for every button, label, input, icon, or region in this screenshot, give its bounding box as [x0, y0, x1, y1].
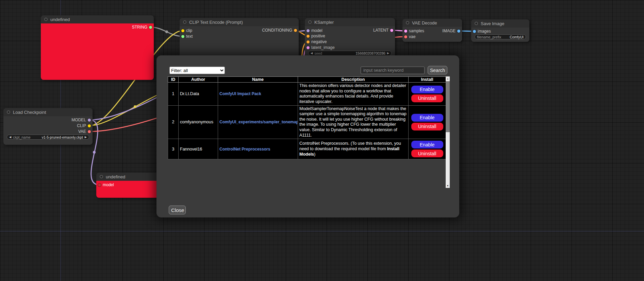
- node-title[interactable]: KSampler: [305, 18, 395, 26]
- node-undefined-top[interactable]: undefined STRING: [41, 15, 154, 80]
- scrollbar-up-icon[interactable]: ▲: [446, 76, 450, 81]
- link-center-dot: [134, 105, 136, 108]
- cell-install: Enable Uninstall: [409, 83, 446, 106]
- slot-dot-icon[interactable]: [404, 30, 407, 33]
- search-button[interactable]: Search: [428, 66, 447, 74]
- collapse-dot-icon[interactable]: [44, 18, 48, 21]
- input-slot-negative[interactable]: negative: [307, 39, 327, 45]
- link-center-dot: [93, 151, 96, 154]
- slot-dot-icon[interactable]: [294, 29, 297, 32]
- input-slot-images[interactable]: images: [473, 29, 491, 34]
- slot-dot-icon[interactable]: [457, 30, 460, 33]
- cell-id: 2: [168, 105, 179, 139]
- input-slot-model[interactable]: model: [98, 182, 114, 188]
- slot-dot-icon[interactable]: [149, 26, 152, 29]
- filter-select[interactable]: Filter: all: [169, 67, 225, 74]
- collapse-dot-icon[interactable]: [406, 21, 409, 24]
- widget-label: seed: [314, 51, 322, 55]
- uninstall-button[interactable]: Uninstall: [411, 94, 443, 102]
- slot-label: CLIP: [77, 123, 86, 128]
- node-save-image[interactable]: Save Image images filename_prefix ComfyU…: [471, 19, 529, 42]
- extension-link[interactable]: ComfyUI Impact Pack: [219, 91, 261, 96]
- comfyui-canvas[interactable]: { "icons": { "left": "◀", "right": "▶", …: [0, 0, 644, 281]
- scrollbar-down-icon[interactable]: ▼: [446, 183, 450, 188]
- node-title[interactable]: VAE Decode: [402, 19, 462, 27]
- canvas-origin-hline: [0, 231, 644, 231]
- slot-dot-icon[interactable]: [181, 29, 184, 32]
- header-name: Name: [218, 77, 298, 83]
- uninstall-button[interactable]: Uninstall: [411, 123, 443, 130]
- input-slot-vae[interactable]: vae: [404, 34, 415, 39]
- extension-link[interactable]: ComfyUI_experiments/sampler_tonemap: [219, 120, 298, 124]
- seed-widget[interactable]: ◀ seed 156680208700286 ▶: [308, 51, 392, 56]
- slot-dot-icon[interactable]: [98, 183, 101, 187]
- input-slot-clip[interactable]: clip: [181, 28, 192, 33]
- node-vae-decode[interactable]: VAE Decode samples vae IMAGE: [402, 19, 462, 42]
- slot-dot-icon[interactable]: [390, 29, 393, 32]
- next-arrow-icon[interactable]: ▶: [387, 52, 389, 55]
- output-slot-latent[interactable]: LATENT: [373, 28, 393, 33]
- node-undefined-bottom[interactable]: undefined model: [96, 173, 164, 198]
- output-slot-model[interactable]: MODEL: [71, 117, 91, 123]
- slot-dot-icon[interactable]: [404, 35, 407, 38]
- collapse-dot-icon[interactable]: [7, 110, 10, 114]
- slot-dot-icon[interactable]: [88, 119, 91, 122]
- node-title[interactable]: undefined: [41, 15, 154, 23]
- output-slot-vae[interactable]: VAE: [78, 129, 91, 134]
- slot-label: samples: [409, 29, 424, 33]
- cell-author: Fannovel16: [179, 139, 218, 159]
- node-title[interactable]: CLIP Text Encode (Prompt): [180, 18, 299, 26]
- cell-author: Dr.Lt.Data: [179, 83, 218, 106]
- link-center-dot: [165, 31, 168, 33]
- input-slot-text[interactable]: text: [181, 34, 193, 39]
- prev-arrow-icon[interactable]: ◀: [9, 136, 11, 139]
- cell-id: 3: [168, 139, 179, 159]
- slot-dot-icon[interactable]: [307, 46, 310, 49]
- input-slot-latent-image[interactable]: latent_image: [307, 45, 335, 50]
- enable-button[interactable]: Enable: [411, 114, 443, 122]
- node-body: [41, 23, 154, 80]
- collapse-dot-icon[interactable]: [100, 175, 103, 178]
- input-slot-positive[interactable]: positive: [307, 33, 325, 39]
- node-title-label: Save Image: [481, 21, 504, 26]
- enable-button[interactable]: Enable: [411, 86, 443, 93]
- slot-dot-icon[interactable]: [181, 35, 184, 38]
- slot-dot-icon[interactable]: [88, 124, 91, 127]
- scrollbar-track[interactable]: ▲ ▼: [446, 76, 450, 188]
- slot-label: vae: [409, 34, 415, 39]
- slot-dot-icon[interactable]: [88, 130, 91, 133]
- collapse-dot-icon[interactable]: [475, 22, 478, 25]
- slot-label: VAE: [78, 129, 86, 134]
- wire-string-to-text: [151, 27, 183, 36]
- header-description: Description: [298, 77, 409, 83]
- collapse-dot-icon[interactable]: [308, 20, 312, 24]
- uninstall-button[interactable]: Uninstall: [411, 150, 443, 157]
- node-title[interactable]: Save Image: [471, 19, 529, 28]
- prev-arrow-icon[interactable]: ◀: [311, 52, 313, 55]
- node-title-label: VAE Decode: [412, 20, 437, 25]
- node-title[interactable]: undefined: [96, 173, 164, 181]
- slot-dot-icon[interactable]: [307, 40, 310, 43]
- output-slot-string[interactable]: STRING: [132, 24, 152, 30]
- search-input[interactable]: [361, 67, 425, 74]
- slot-dot-icon[interactable]: [307, 29, 310, 32]
- filename-prefix-widget[interactable]: filename_prefix ComfyUI: [475, 34, 526, 39]
- header-install: Install: [409, 77, 446, 83]
- input-slot-samples[interactable]: samples: [404, 28, 424, 34]
- extension-table-container[interactable]: ID Author Name Description Install 1 Dr.…: [168, 76, 450, 188]
- node-load-checkpoint[interactable]: Load Checkpoint MODEL CLIP VAE ◀ ckpt_na…: [3, 108, 93, 145]
- output-slot-clip[interactable]: CLIP: [77, 123, 91, 128]
- extension-link[interactable]: ControlNet Preprocessors: [219, 147, 270, 152]
- close-button[interactable]: Close: [169, 206, 186, 214]
- slot-dot-icon[interactable]: [307, 35, 310, 38]
- output-slot-image[interactable]: IMAGE: [442, 28, 460, 34]
- output-slot-conditioning[interactable]: CONDITIONING: [262, 28, 297, 33]
- slot-dot-icon[interactable]: [473, 30, 476, 33]
- node-title[interactable]: Load Checkpoint: [3, 108, 93, 116]
- input-slot-model[interactable]: model: [307, 28, 323, 33]
- ckpt-name-widget[interactable]: ◀ ckpt_name v1-5-pruned-emaonly.ckpt ▶: [7, 135, 89, 140]
- scrollbar-thumb[interactable]: [446, 81, 450, 132]
- enable-button[interactable]: Enable: [411, 141, 443, 148]
- next-arrow-icon[interactable]: ▶: [85, 136, 87, 139]
- collapse-dot-icon[interactable]: [183, 20, 186, 24]
